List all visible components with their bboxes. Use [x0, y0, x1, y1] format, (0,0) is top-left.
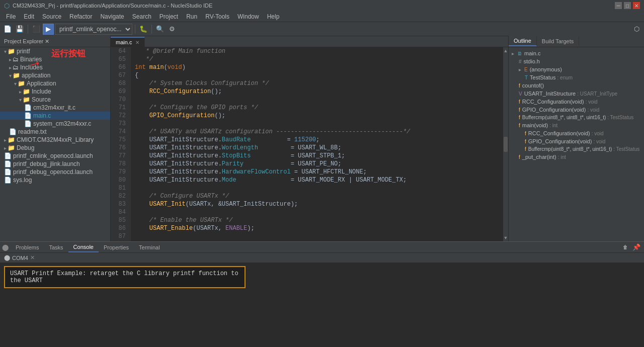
editor-scrollbar[interactable]: ▲ ▼ [503, 47, 508, 241]
menu-bar: File Edit Source Refactor Navigate Searc… [0, 11, 644, 22]
bottom-area: ⬤ Problems Tasks Console Properties Term… [0, 241, 644, 347]
code-content[interactable]: * @brief Main function */ int main(void)… [131, 47, 508, 241]
editor-tab-main-c[interactable]: main.c ✕ [111, 37, 145, 47]
code-line-68: /* System Clocks Configuration */ [135, 79, 504, 88]
outline-item-buffercmp[interactable]: f Buffercmp(uint8_t*, uint8_t*, uint16_t… [509, 114, 644, 121]
debug-button[interactable]: 🐛 [138, 24, 149, 35]
code-line-81 [135, 184, 504, 192]
outline-item-buffercmp2[interactable]: f Buffercmp(uint8_t*, uint8_t*, uint16_t… [509, 145, 644, 153]
outline-tab[interactable]: Outline [509, 36, 537, 46]
console-icon: ⬤ [2, 244, 9, 251]
outline-item-teststatus[interactable]: T TestStatus : enum [509, 73, 644, 81]
tree-item-application-cap[interactable]: ▾ 📁 Application [0, 79, 110, 88]
code-line-84 [135, 208, 504, 216]
menu-refactor[interactable]: Refactor [65, 12, 96, 21]
outline-item-rcc[interactable]: f RCC_Configuration(void) : void [509, 98, 644, 106]
tree-item-binaries[interactable]: ▸ 🗂 Binaries [0, 55, 110, 63]
menu-search[interactable]: Search [128, 12, 155, 21]
menu-rvtools[interactable]: RV-Tools [201, 12, 233, 21]
outline-item-putchar[interactable]: f _put_char(int) : int [509, 153, 644, 161]
tree-item-include[interactable]: ▸ 📁 Include [0, 88, 110, 96]
outline-item-countof[interactable]: f countof() [509, 81, 644, 90]
window-title: CM32M433R_Prj - printf/application/Appli… [13, 3, 212, 9]
outline-item-gpio[interactable]: f GPIO_Configuration(void) : void [509, 106, 644, 114]
com-port-close-icon[interactable]: ✕ [30, 254, 35, 261]
title-bar: ⬡ CM32M433R_Prj - printf/application/App… [0, 0, 644, 11]
tree-item-printf[interactable]: ▾ 📁 printf [0, 47, 110, 55]
code-line-85: /* Enable the USARTx */ [135, 216, 504, 224]
menu-navigate[interactable]: Navigate [96, 12, 128, 21]
toolbar-sep-3 [151, 25, 152, 34]
com-message: USART Printf Example: retarget the C lib… [4, 266, 246, 288]
code-line-64: * @brief Main function [135, 47, 504, 55]
tree-item-readme[interactable]: 📄 readme.txt [0, 128, 110, 136]
new-button[interactable]: 📄 [2, 24, 13, 35]
maximize-button[interactable]: □ [624, 2, 631, 9]
console-content: ⬤ COM4 ✕ USART Printf Example: retarget … [0, 253, 644, 347]
outline-item-stdio[interactable]: # stdio.h [509, 57, 644, 65]
outline-item-gpio2[interactable]: f GPIO_Configuration(void) : void [509, 137, 644, 145]
tree-item-source[interactable]: ▾ 📁 Source [0, 96, 110, 104]
tree-item-debug[interactable]: ▸ 📁 Debug [0, 144, 110, 152]
main-layout: ▾ 📁 printf ▸ 🗂 Binaries ▸ 🗂 Includes ▾ 📁… [0, 47, 644, 241]
run-config-dropdown[interactable]: printf_cmlink_openoc... [55, 24, 132, 35]
code-line-66: int main(void) [135, 63, 504, 71]
outline-item-main-fn[interactable]: f main(void) : int [509, 121, 644, 129]
outline-item-anon[interactable]: ▸ E (anonymous) [509, 65, 644, 73]
pin-console-button[interactable]: 📌 [631, 242, 642, 253]
code-line-71: /* Configure the GPIO ports */ [135, 104, 504, 112]
outline-panel: ▸ 🗎 main.c # stdio.h ▸ E (anonymous) T T… [508, 47, 644, 241]
tree-item-cmiot[interactable]: ▸ 📁 CMIOT.CM32M4xxR_Library [0, 136, 110, 144]
bottom-tab-console[interactable]: Console [68, 242, 99, 252]
code-line-75: USART_InitStructure.BaudRate = 115200; [135, 136, 504, 144]
code-area[interactable]: 64 65 66 67 68 69 70 71 72 73 74 75 76 7… [111, 47, 508, 241]
tree-item-system[interactable]: 📄 system_cm32m4xxr.c [0, 120, 110, 128]
com-output-area[interactable]: USART Printf Example: retarget the C lib… [0, 263, 644, 347]
settings-button[interactable]: ⚙ [167, 24, 178, 35]
menu-edit[interactable]: Edit [20, 12, 38, 21]
code-line-76: USART_InitStructure.WordLength = USART_W… [135, 144, 504, 152]
build-targets-tab[interactable]: Build Targets [537, 37, 579, 46]
outline-item-main-c[interactable]: ▸ 🗎 main.c [509, 49, 644, 57]
bottom-tab-bar: ⬤ Problems Tasks Console Properties Term… [0, 242, 644, 253]
tree-item-application[interactable]: ▾ 📁 application [0, 71, 110, 79]
menu-window[interactable]: Window [233, 12, 263, 21]
bottom-tab-tasks[interactable]: Tasks [44, 243, 68, 252]
save-button[interactable]: 💾 [14, 24, 25, 35]
tree-item-launch1[interactable]: 📄 printf_cmlink_openocd.launch [0, 152, 110, 160]
outline-item-rcc2[interactable]: f RCC_Configuration(void) : void [509, 129, 644, 137]
clear-console-button[interactable]: 🗑 [620, 242, 631, 253]
tree-item-launch2[interactable]: 📄 printf_debug_jlink.launch [0, 160, 110, 168]
code-line-65: */ [135, 55, 504, 63]
maximize-editor-button[interactable]: ⬡ [631, 24, 642, 35]
bottom-tab-problems[interactable]: Problems [11, 243, 44, 252]
run-button[interactable]: ▶ [43, 24, 54, 35]
code-editor: 64 65 66 67 68 69 70 71 72 73 74 75 76 7… [111, 47, 508, 241]
outline-item-usart-init[interactable]: V USART_InitStructure : USART_InitType [509, 90, 644, 98]
tree-item-cm32[interactable]: 📄 cm32m4xxr_it.c [0, 104, 110, 112]
tree-item-main-c[interactable]: 📄 main.c [0, 112, 110, 120]
bottom-tab-properties[interactable]: Properties [99, 243, 134, 252]
menu-file[interactable]: File [2, 12, 20, 21]
code-line-87 [135, 232, 504, 240]
menu-project[interactable]: Project [155, 12, 182, 21]
close-button[interactable]: ✕ [633, 2, 640, 9]
code-line-77: USART_InitStructure.StopBits = USART_STP… [135, 152, 504, 160]
com-port-label: ⬤ [4, 254, 10, 261]
menu-source[interactable]: Source [38, 12, 65, 21]
stop-button[interactable]: ⬛ [31, 24, 42, 35]
tree-item-launch3[interactable]: 📄 printf_debug_openocd.launch [0, 168, 110, 176]
search-button[interactable]: 🔍 [154, 24, 166, 35]
tree-item-syslog[interactable]: 📄 sys.log [0, 176, 110, 184]
project-explorer-label: Project Explorer ✕ [4, 38, 49, 45]
minimize-button[interactable]: ─ [615, 2, 622, 9]
editor-tab-close[interactable]: ✕ [135, 40, 139, 45]
project-explorer-panel: ▾ 📁 printf ▸ 🗂 Binaries ▸ 🗂 Includes ▾ 📁… [0, 47, 111, 241]
toolbar: 📄 💾 ⬛ ▶ printf_cmlink_openoc... 🐛 🔍 ⚙ ⬡ [0, 22, 644, 36]
code-line-72: GPIO_Configuration(); [135, 112, 504, 120]
code-line-83: USART_Init(USARTx, &USART_InitStructure)… [135, 200, 504, 208]
menu-help[interactable]: Help [263, 12, 284, 21]
tree-item-includes[interactable]: ▸ 🗂 Includes [0, 63, 110, 71]
menu-run[interactable]: Run [182, 12, 201, 21]
bottom-tab-terminal[interactable]: Terminal [134, 243, 165, 252]
